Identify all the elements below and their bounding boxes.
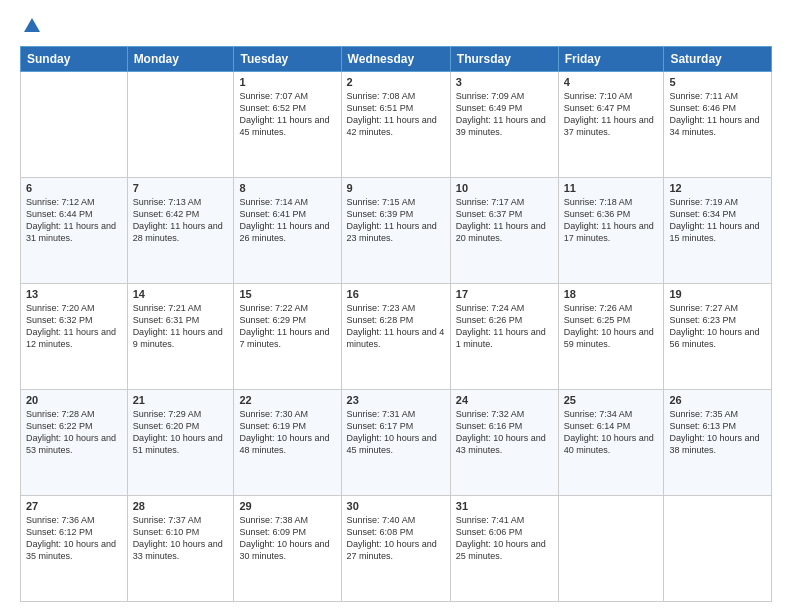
cell-details: Sunrise: 7:40 AMSunset: 6:08 PMDaylight:… [347, 514, 445, 563]
day-number: 25 [564, 394, 659, 406]
cell-details: Sunrise: 7:14 AMSunset: 6:41 PMDaylight:… [239, 196, 335, 245]
calendar-cell: 26Sunrise: 7:35 AMSunset: 6:13 PMDayligh… [664, 390, 772, 496]
calendar-cell: 21Sunrise: 7:29 AMSunset: 6:20 PMDayligh… [127, 390, 234, 496]
calendar-cell: 16Sunrise: 7:23 AMSunset: 6:28 PMDayligh… [341, 284, 450, 390]
weekday-header-cell: Saturday [664, 47, 772, 72]
weekday-header-cell: Friday [558, 47, 664, 72]
cell-details: Sunrise: 7:35 AMSunset: 6:13 PMDaylight:… [669, 408, 766, 457]
cell-details: Sunrise: 7:34 AMSunset: 6:14 PMDaylight:… [564, 408, 659, 457]
day-number: 11 [564, 182, 659, 194]
cell-details: Sunrise: 7:11 AMSunset: 6:46 PMDaylight:… [669, 90, 766, 139]
cell-details: Sunrise: 7:18 AMSunset: 6:36 PMDaylight:… [564, 196, 659, 245]
calendar-cell: 15Sunrise: 7:22 AMSunset: 6:29 PMDayligh… [234, 284, 341, 390]
weekday-header-cell: Sunday [21, 47, 128, 72]
cell-details: Sunrise: 7:21 AMSunset: 6:31 PMDaylight:… [133, 302, 229, 351]
cell-details: Sunrise: 7:37 AMSunset: 6:10 PMDaylight:… [133, 514, 229, 563]
cell-details: Sunrise: 7:29 AMSunset: 6:20 PMDaylight:… [133, 408, 229, 457]
calendar-cell: 2Sunrise: 7:08 AMSunset: 6:51 PMDaylight… [341, 72, 450, 178]
calendar-week-row: 13Sunrise: 7:20 AMSunset: 6:32 PMDayligh… [21, 284, 772, 390]
calendar-cell [21, 72, 128, 178]
calendar-cell: 30Sunrise: 7:40 AMSunset: 6:08 PMDayligh… [341, 496, 450, 602]
logo-triangle-icon [22, 16, 42, 36]
calendar-cell: 25Sunrise: 7:34 AMSunset: 6:14 PMDayligh… [558, 390, 664, 496]
cell-details: Sunrise: 7:07 AMSunset: 6:52 PMDaylight:… [239, 90, 335, 139]
calendar-cell: 14Sunrise: 7:21 AMSunset: 6:31 PMDayligh… [127, 284, 234, 390]
calendar-week-row: 27Sunrise: 7:36 AMSunset: 6:12 PMDayligh… [21, 496, 772, 602]
calendar-cell: 23Sunrise: 7:31 AMSunset: 6:17 PMDayligh… [341, 390, 450, 496]
cell-details: Sunrise: 7:19 AMSunset: 6:34 PMDaylight:… [669, 196, 766, 245]
calendar-cell: 24Sunrise: 7:32 AMSunset: 6:16 PMDayligh… [450, 390, 558, 496]
calendar-cell: 27Sunrise: 7:36 AMSunset: 6:12 PMDayligh… [21, 496, 128, 602]
day-number: 17 [456, 288, 553, 300]
day-number: 27 [26, 500, 122, 512]
svg-marker-0 [24, 18, 40, 32]
day-number: 10 [456, 182, 553, 194]
weekday-header-cell: Thursday [450, 47, 558, 72]
calendar-cell [558, 496, 664, 602]
calendar-cell: 31Sunrise: 7:41 AMSunset: 6:06 PMDayligh… [450, 496, 558, 602]
day-number: 3 [456, 76, 553, 88]
cell-details: Sunrise: 7:41 AMSunset: 6:06 PMDaylight:… [456, 514, 553, 563]
cell-details: Sunrise: 7:10 AMSunset: 6:47 PMDaylight:… [564, 90, 659, 139]
calendar-week-row: 20Sunrise: 7:28 AMSunset: 6:22 PMDayligh… [21, 390, 772, 496]
calendar-cell: 1Sunrise: 7:07 AMSunset: 6:52 PMDaylight… [234, 72, 341, 178]
day-number: 13 [26, 288, 122, 300]
cell-details: Sunrise: 7:08 AMSunset: 6:51 PMDaylight:… [347, 90, 445, 139]
calendar-cell: 13Sunrise: 7:20 AMSunset: 6:32 PMDayligh… [21, 284, 128, 390]
day-number: 24 [456, 394, 553, 406]
cell-details: Sunrise: 7:13 AMSunset: 6:42 PMDaylight:… [133, 196, 229, 245]
calendar-cell: 4Sunrise: 7:10 AMSunset: 6:47 PMDaylight… [558, 72, 664, 178]
cell-details: Sunrise: 7:30 AMSunset: 6:19 PMDaylight:… [239, 408, 335, 457]
calendar-cell: 29Sunrise: 7:38 AMSunset: 6:09 PMDayligh… [234, 496, 341, 602]
calendar-cell: 19Sunrise: 7:27 AMSunset: 6:23 PMDayligh… [664, 284, 772, 390]
calendar-cell: 28Sunrise: 7:37 AMSunset: 6:10 PMDayligh… [127, 496, 234, 602]
day-number: 23 [347, 394, 445, 406]
day-number: 22 [239, 394, 335, 406]
cell-details: Sunrise: 7:36 AMSunset: 6:12 PMDaylight:… [26, 514, 122, 563]
cell-details: Sunrise: 7:12 AMSunset: 6:44 PMDaylight:… [26, 196, 122, 245]
day-number: 2 [347, 76, 445, 88]
calendar-cell: 6Sunrise: 7:12 AMSunset: 6:44 PMDaylight… [21, 178, 128, 284]
day-number: 8 [239, 182, 335, 194]
weekday-header-cell: Wednesday [341, 47, 450, 72]
cell-details: Sunrise: 7:26 AMSunset: 6:25 PMDaylight:… [564, 302, 659, 351]
weekday-header-row: SundayMondayTuesdayWednesdayThursdayFrid… [21, 47, 772, 72]
day-number: 7 [133, 182, 229, 194]
day-number: 21 [133, 394, 229, 406]
cell-details: Sunrise: 7:32 AMSunset: 6:16 PMDaylight:… [456, 408, 553, 457]
calendar-cell: 18Sunrise: 7:26 AMSunset: 6:25 PMDayligh… [558, 284, 664, 390]
calendar-week-row: 6Sunrise: 7:12 AMSunset: 6:44 PMDaylight… [21, 178, 772, 284]
calendar-cell: 10Sunrise: 7:17 AMSunset: 6:37 PMDayligh… [450, 178, 558, 284]
day-number: 12 [669, 182, 766, 194]
calendar-cell: 7Sunrise: 7:13 AMSunset: 6:42 PMDaylight… [127, 178, 234, 284]
day-number: 9 [347, 182, 445, 194]
cell-details: Sunrise: 7:28 AMSunset: 6:22 PMDaylight:… [26, 408, 122, 457]
day-number: 28 [133, 500, 229, 512]
day-number: 31 [456, 500, 553, 512]
calendar-cell [664, 496, 772, 602]
cell-details: Sunrise: 7:20 AMSunset: 6:32 PMDaylight:… [26, 302, 122, 351]
calendar-cell: 3Sunrise: 7:09 AMSunset: 6:49 PMDaylight… [450, 72, 558, 178]
calendar-table: SundayMondayTuesdayWednesdayThursdayFrid… [20, 46, 772, 602]
header [20, 16, 772, 36]
day-number: 6 [26, 182, 122, 194]
day-number: 20 [26, 394, 122, 406]
calendar-cell: 11Sunrise: 7:18 AMSunset: 6:36 PMDayligh… [558, 178, 664, 284]
weekday-header-cell: Tuesday [234, 47, 341, 72]
cell-details: Sunrise: 7:15 AMSunset: 6:39 PMDaylight:… [347, 196, 445, 245]
day-number: 14 [133, 288, 229, 300]
day-number: 5 [669, 76, 766, 88]
page: SundayMondayTuesdayWednesdayThursdayFrid… [0, 0, 792, 612]
day-number: 19 [669, 288, 766, 300]
day-number: 4 [564, 76, 659, 88]
cell-details: Sunrise: 7:38 AMSunset: 6:09 PMDaylight:… [239, 514, 335, 563]
calendar-cell: 9Sunrise: 7:15 AMSunset: 6:39 PMDaylight… [341, 178, 450, 284]
cell-details: Sunrise: 7:17 AMSunset: 6:37 PMDaylight:… [456, 196, 553, 245]
day-number: 16 [347, 288, 445, 300]
calendar-cell [127, 72, 234, 178]
day-number: 26 [669, 394, 766, 406]
cell-details: Sunrise: 7:09 AMSunset: 6:49 PMDaylight:… [456, 90, 553, 139]
weekday-header-cell: Monday [127, 47, 234, 72]
day-number: 29 [239, 500, 335, 512]
day-number: 30 [347, 500, 445, 512]
